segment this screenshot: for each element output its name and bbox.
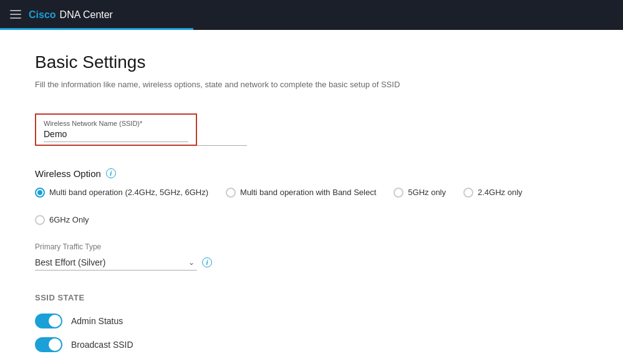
traffic-type-section: Primary Traffic Type Best Effort (Silver… — [35, 242, 588, 271]
radio-6ghz[interactable]: 6GHz Only — [35, 215, 89, 225]
progress-bar — [0, 28, 193, 30]
radio-24ghz-circle — [463, 188, 473, 198]
ssid-state-section: SSID STATE Admin Status Broadcast SSID — [35, 293, 588, 352]
radio-bandselect[interactable]: Multi band operation with Band Select — [226, 188, 376, 198]
brand: Cisco DNA Center — [29, 9, 113, 21]
wireless-option-info-icon[interactable]: i — [106, 168, 116, 178]
brand-cisco: Cisco — [29, 9, 56, 21]
admin-status-toggle[interactable] — [35, 314, 62, 328]
broadcast-ssid-row: Broadcast SSID — [35, 337, 588, 352]
admin-status-row: Admin Status — [35, 314, 588, 328]
radio-bandselect-circle — [226, 188, 236, 198]
wireless-option-radio-group: Multi band operation (2.4GHz, 5GHz, 6GHz… — [35, 188, 588, 225]
svg-rect-0 — [10, 10, 21, 11]
wireless-option-section: Wireless Option i Multi band operation (… — [35, 168, 588, 225]
page-title: Basic Settings — [35, 52, 588, 72]
traffic-select-container: Best Effort (Silver) Voice (Platinum) Vi… — [35, 255, 197, 271]
ssid-field-label: Wireless Network Name (SSID)* — [44, 120, 188, 127]
radio-multiband[interactable]: Multi band operation (2.4GHz, 5GHz, 6GHz… — [35, 188, 208, 198]
admin-status-label: Admin Status — [71, 316, 123, 326]
radio-bandselect-label: Multi band operation with Band Select — [240, 188, 376, 197]
radio-5ghz-circle — [394, 188, 403, 198]
radio-6ghz-label: 6GHz Only — [49, 215, 89, 224]
radio-multiband-label: Multi band operation (2.4GHz, 5GHz, 6GHz… — [49, 188, 208, 197]
ssid-input[interactable] — [44, 129, 188, 142]
svg-rect-2 — [10, 17, 21, 19]
traffic-type-info-icon[interactable]: i — [202, 257, 212, 267]
wireless-option-label: Wireless Option i — [35, 168, 588, 179]
wireless-option-text: Wireless Option — [35, 168, 101, 179]
ssid-container: Wireless Network Name (SSID)* — [35, 113, 588, 146]
radio-5ghz-label: 5GHz only — [408, 188, 446, 197]
radio-6ghz-circle — [35, 215, 45, 225]
traffic-select-wrapper: Best Effort (Silver) Voice (Platinum) Vi… — [35, 255, 588, 271]
ssid-underline — [197, 145, 247, 146]
radio-multiband-circle — [35, 188, 45, 198]
page-subtitle: Fill the information like name, wireless… — [35, 79, 588, 91]
brand-dna: DNA Center — [60, 9, 113, 21]
ssid-field-box[interactable]: Wireless Network Name (SSID)* — [35, 113, 197, 146]
navbar: Cisco DNA Center — [0, 0, 623, 30]
broadcast-ssid-toggle[interactable] — [35, 337, 62, 352]
traffic-type-label: Primary Traffic Type — [35, 242, 588, 251]
traffic-type-select[interactable]: Best Effort (Silver) Voice (Platinum) Vi… — [35, 255, 197, 271]
svg-rect-1 — [10, 14, 21, 15]
main-content: Basic Settings Fill the information like… — [0, 30, 623, 364]
menu-icon[interactable] — [10, 9, 21, 22]
broadcast-ssid-label: Broadcast SSID — [71, 340, 133, 350]
ssid-state-title: SSID STATE — [35, 293, 588, 302]
radio-24ghz-label: 2.4GHz only — [478, 188, 523, 197]
radio-5ghz[interactable]: 5GHz only — [394, 188, 446, 198]
radio-24ghz[interactable]: 2.4GHz only — [463, 188, 523, 198]
